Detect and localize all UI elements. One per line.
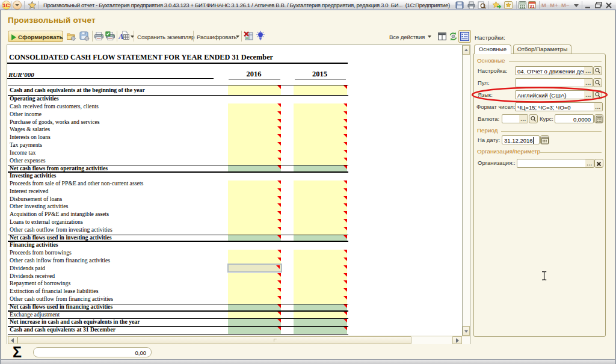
svg-text:A: A bbox=[119, 32, 123, 41]
svg-text:1С: 1С bbox=[2, 2, 10, 8]
svg-text:31: 31 bbox=[529, 4, 534, 9]
